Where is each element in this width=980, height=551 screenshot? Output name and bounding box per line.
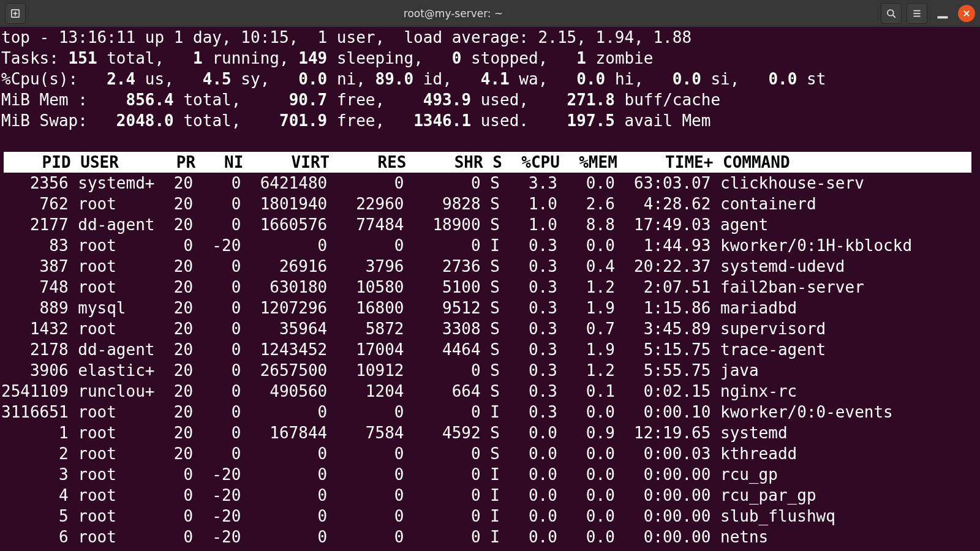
search-icon [886, 8, 897, 19]
minimize-button[interactable] [932, 3, 953, 24]
close-button[interactable] [958, 5, 975, 22]
new-tab-icon [10, 8, 21, 19]
window-titlebar: root@my-server: ~ [0, 0, 980, 27]
window-title: root@my-server: ~ [26, 3, 881, 24]
column-header-row: PID USER PR NI VIRT RES SHR S %CPU %MEM … [4, 152, 971, 173]
new-tab-button[interactable] [5, 3, 26, 24]
terminal-output[interactable]: top - 13:16:11 up 1 day, 10:15, 1 user, … [0, 27, 980, 551]
close-icon [963, 10, 970, 17]
svg-point-3 [888, 10, 894, 16]
menu-button[interactable] [907, 3, 927, 24]
hamburger-icon [911, 8, 922, 19]
svg-line-4 [892, 15, 895, 17]
search-button[interactable] [881, 3, 902, 24]
minimize-icon [932, 3, 953, 24]
